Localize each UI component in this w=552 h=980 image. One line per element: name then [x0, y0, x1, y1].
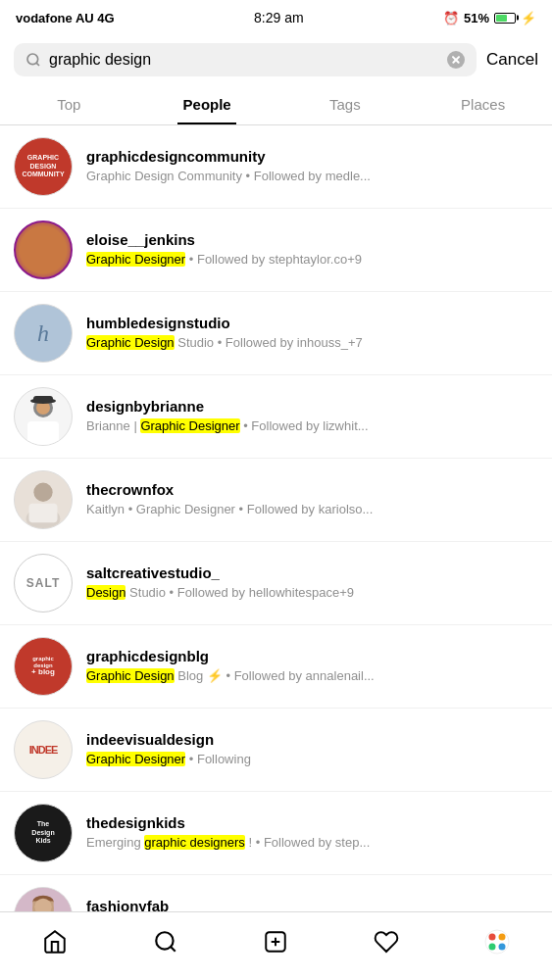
- battery-percent: 51%: [464, 11, 489, 25]
- search-bar: Cancel: [0, 35, 552, 84]
- list-item[interactable]: h humbledesignstudio Graphic Design Stud…: [0, 292, 552, 375]
- user-info: thedesignkids Emerging graphic designers…: [86, 814, 538, 852]
- search-nav-icon: [153, 929, 178, 955]
- user-info: graphicdesigncommunity Graphic Design Co…: [86, 148, 538, 185]
- time-text: 8:29 am: [254, 10, 304, 25]
- bio-text: • Followed by lizwhit...: [243, 418, 368, 433]
- avatar: h: [14, 304, 73, 363]
- list-item[interactable]: The Design Kids thedesignkids Emerging g…: [0, 792, 552, 875]
- bio-text: Studio • Followed by inhouss_+7: [177, 335, 362, 350]
- bio-highlight: Graphic Design: [86, 668, 175, 683]
- alarm-icon: ⏰: [443, 11, 459, 25]
- avatar-text: INDEE: [29, 744, 58, 756]
- avatar-text: SALT: [26, 576, 60, 590]
- bio: Graphic Design Studio • Followed by inho…: [86, 334, 538, 352]
- user-info: graphicdesignblg Graphic Design Blog ⚡ •…: [86, 648, 538, 685]
- list-item[interactable]: SALT saltcreativestudio_ Design Studio •…: [0, 542, 552, 625]
- nav-activity[interactable]: [331, 929, 442, 955]
- search-input[interactable]: [49, 51, 439, 69]
- list-item[interactable]: designbybrianne Brianne | Graphic Design…: [0, 375, 552, 459]
- battery-icon: [494, 13, 516, 24]
- bio: Graphic Designer • Followed by stephtayl…: [86, 251, 538, 269]
- status-bar: vodafone AU 4G 8:29 am ⏰ 51% ⚡: [0, 0, 552, 35]
- svg-point-25: [488, 943, 495, 950]
- user-info: saltcreativestudio_ Design Studio • Foll…: [86, 564, 538, 602]
- add-icon: [263, 929, 288, 955]
- avatar: graphic design + blog: [14, 637, 73, 696]
- tab-tags[interactable]: Tags: [276, 84, 415, 124]
- username: thecrownfox: [86, 481, 538, 498]
- bio-text: Kaitlyn • Graphic Designer • Followed by…: [86, 502, 373, 516]
- bio: Graphic Designer • Following: [86, 751, 538, 768]
- bio: Design Studio • Followed by hellowhitesp…: [86, 584, 538, 602]
- user-info: humbledesignstudio Graphic Design Studio…: [86, 315, 538, 352]
- username: indeevisualdesign: [86, 731, 538, 748]
- cancel-button[interactable]: Cancel: [486, 50, 538, 70]
- bio-text: Graphic Design Community • Followed by m…: [86, 169, 371, 183]
- bio-highlight: Graphic Designer: [86, 252, 185, 267]
- list-item[interactable]: thecrownfox Kaitlyn • Graphic Designer •…: [0, 459, 552, 542]
- clear-button[interactable]: [447, 51, 465, 69]
- nav-home[interactable]: [0, 929, 111, 955]
- tabs-bar: Top People Tags Places: [0, 84, 552, 125]
- list-item[interactable]: GRAPHIC DESIGN COMMUNITY graphicdesignco…: [0, 125, 552, 209]
- user-info: eloise__jenkins Graphic Designer • Follo…: [86, 231, 538, 269]
- nav-search[interactable]: [111, 929, 222, 955]
- heart-icon: [374, 929, 399, 955]
- bio-highlight: Graphic Designer: [140, 418, 239, 433]
- svg-point-0: [27, 54, 38, 65]
- username: graphicdesignblg: [86, 648, 538, 664]
- svg-line-18: [171, 947, 176, 952]
- user-info: designbybrianne Brianne | Graphic Design…: [86, 398, 538, 435]
- svg-rect-6: [33, 396, 53, 403]
- username: thedesignkids: [86, 814, 538, 831]
- avatar: [14, 220, 73, 279]
- user-info: indeevisualdesign Graphic Designer • Fol…: [86, 731, 538, 768]
- bio-highlight: graphic designers: [144, 835, 245, 850]
- svg-point-17: [156, 932, 173, 949]
- tab-top[interactable]: Top: [0, 84, 138, 124]
- search-icon: [25, 52, 41, 68]
- bio-text: ! • Followed by step...: [249, 835, 371, 850]
- avatar: [14, 470, 73, 529]
- search-input-wrapper[interactable]: [14, 43, 477, 76]
- bio: Kaitlyn • Graphic Designer • Followed by…: [86, 501, 538, 518]
- username: designbybrianne: [86, 398, 538, 415]
- bio-highlight: Graphic Designer: [86, 752, 185, 766]
- svg-rect-10: [29, 504, 58, 522]
- profile-icon: [484, 929, 510, 955]
- svg-line-1: [36, 63, 39, 66]
- avatar: The Design Kids: [14, 804, 73, 862]
- bio-text: Brianne |: [86, 418, 140, 433]
- tab-people[interactable]: People: [138, 84, 276, 124]
- bio-highlight: Design: [86, 585, 125, 600]
- bio-highlight: Graphic Design: [86, 335, 175, 350]
- user-list: GRAPHIC DESIGN COMMUNITY graphicdesignco…: [0, 125, 552, 980]
- nav-profile[interactable]: [441, 929, 552, 955]
- username: graphicdesigncommunity: [86, 148, 538, 165]
- list-item[interactable]: eloise__jenkins Graphic Designer • Follo…: [0, 209, 552, 292]
- list-item[interactable]: INDEE indeevisualdesign Graphic Designer…: [0, 709, 552, 792]
- status-right: ⏰ 51% ⚡: [443, 11, 536, 25]
- bio-text: • Following: [189, 752, 251, 766]
- svg-point-8: [33, 483, 52, 502]
- home-icon: [42, 929, 68, 955]
- avatar: GRAPHIC DESIGN COMMUNITY: [14, 137, 73, 196]
- bio: Graphic Design Community • Followed by m…: [86, 168, 538, 185]
- list-item[interactable]: graphic design + blog graphicdesignblg G…: [0, 625, 552, 709]
- bio: Emerging graphic designers ! • Followed …: [86, 834, 538, 852]
- tab-places[interactable]: Places: [414, 84, 552, 124]
- avatar: [14, 387, 73, 446]
- nav-add[interactable]: [221, 929, 331, 955]
- user-info: thecrownfox Kaitlyn • Graphic Designer •…: [86, 481, 538, 518]
- bio-text: Studio • Followed by hellowhitespace+9: [129, 585, 354, 600]
- username: humbledesignstudio: [86, 315, 538, 331]
- avatar: INDEE: [14, 720, 73, 779]
- bio: Brianne | Graphic Designer • Followed by…: [86, 417, 538, 435]
- carrier-text: vodafone AU 4G: [16, 11, 115, 25]
- avatar: SALT: [14, 554, 73, 612]
- svg-point-24: [498, 933, 505, 940]
- svg-point-23: [488, 933, 495, 940]
- username: eloise__jenkins: [86, 231, 538, 248]
- bio-text: • Followed by stephtaylor.co+9: [189, 252, 362, 267]
